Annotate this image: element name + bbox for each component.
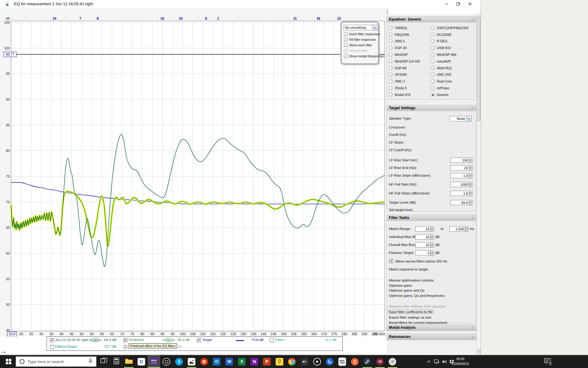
value-input-1,500[interactable]: 1,500 xyxy=(449,226,465,232)
equaliser-option-XP2040[interactable]: XP2040 xyxy=(389,73,431,77)
checkbox-show-each-filter[interactable] xyxy=(344,43,348,47)
set-target-level-link[interactable]: Set target level xyxy=(389,208,413,212)
taskbar-app-photos[interactable] xyxy=(185,355,198,368)
radio-icon[interactable] xyxy=(431,59,435,63)
legend-checkbox-Target[interactable]: ✓ xyxy=(197,338,201,342)
radio-icon[interactable] xyxy=(389,46,393,50)
radio-icon[interactable] xyxy=(389,66,393,70)
dropdown-arrow-icon[interactable]: ▼ xyxy=(372,25,377,30)
radio-icon[interactable] xyxy=(431,66,435,70)
dropdown-arrow-icon[interactable]: ▼ xyxy=(466,116,471,121)
collapse-up-icon[interactable] xyxy=(470,17,475,22)
frequency-response-chart[interactable]: dB10510095908580757065605550452025303540… xyxy=(0,8,386,336)
microphone-icon[interactable] xyxy=(89,358,92,365)
allow-narrow-filters-checkbox[interactable]: ✓ xyxy=(389,259,393,263)
legend-checkbox-Filters+Target[interactable] xyxy=(50,345,54,349)
equaliser-option-MiniDSP-96k[interactable]: MiniDSP-96k xyxy=(431,53,473,57)
scroll-down-icon[interactable]: ▼ xyxy=(477,349,481,354)
spinner[interactable]: ▲▼ xyxy=(431,226,434,232)
taskbar-app-onenote[interactable]: N xyxy=(248,355,261,368)
taskbar-app-media-q[interactable] xyxy=(311,355,323,368)
equaliser-option-USM-810[interactable]: USM 810 xyxy=(431,46,473,50)
value-input-15[interactable]: 15 xyxy=(415,226,431,232)
equaliser-option-Model-976[interactable]: Model 976 xyxy=(389,93,431,97)
equaliser-header[interactable]: Equaliser: Generic xyxy=(387,17,476,22)
legend-checkbox-Filters[interactable] xyxy=(270,338,274,342)
spinner[interactable]: ▲▼ xyxy=(431,242,434,247)
var-smoothing-badge[interactable]: Var xyxy=(163,338,175,342)
radio-icon[interactable] xyxy=(389,39,393,43)
tray-chevron-icon[interactable] xyxy=(426,355,432,368)
network-tray-icon[interactable] xyxy=(433,355,440,368)
value-input-3[interactable]: 3 xyxy=(415,250,431,255)
collapse-up-icon[interactable] xyxy=(470,106,475,110)
equaliser-option-MiniDSP[interactable]: MiniDSP xyxy=(389,53,431,57)
legend-checkbox-predicted-effect[interactable]: ✓ xyxy=(123,345,127,349)
checkbox-fill-filter-responses[interactable] xyxy=(344,38,348,41)
equaliser-option-TMREQ[interactable]: TMREQ xyxy=(389,26,431,30)
taskbar-app-volume-mixer[interactable] xyxy=(298,355,311,368)
radio-icon[interactable] xyxy=(431,46,435,50)
radio-icon[interactable] xyxy=(389,33,393,36)
equaliser-option-3Sixty-3[interactable]: 3Sixty.3 xyxy=(389,86,431,90)
radio-icon[interactable] xyxy=(389,86,393,90)
collapse-up-icon[interactable] xyxy=(470,216,475,220)
target-settings-header[interactable]: Target Settings xyxy=(387,105,476,111)
radio-icon[interactable] xyxy=(431,39,435,43)
equaliser-option-rePhase[interactable]: rePhase xyxy=(431,86,473,90)
volume-tray-icon[interactable] xyxy=(441,355,448,368)
speaker-type-dropdown[interactable]: None▼ xyxy=(450,116,472,121)
expand-down-icon[interactable] xyxy=(470,335,475,339)
scrollbar-thumb[interactable] xyxy=(477,20,481,121)
checkbox-fill-each-filter[interactable] xyxy=(344,49,348,52)
equaliser-option-UMC-200[interactable]: UMC-200 xyxy=(431,73,473,77)
radio-icon[interactable] xyxy=(431,53,435,57)
value-input-69.6[interactable]: 69.6 xyxy=(450,200,469,205)
radio-icon[interactable] xyxy=(389,79,393,83)
task-link-optimise-gains-qs-and-frequencies[interactable]: Optimise gains, Qs and frequencies xyxy=(389,294,445,297)
task-link-optimise-gains[interactable]: Optimise gains xyxy=(389,284,412,287)
smoothing-dropdown[interactable]: Var smoothing ▼ xyxy=(343,25,378,30)
spinner[interactable]: ▲▼ xyxy=(469,158,473,163)
equaliser-option-DSP-30[interactable]: DSP-30 xyxy=(389,46,431,50)
task-link-save-filter-coefficients-to-file[interactable]: Save filter coefficients to file xyxy=(388,310,433,314)
legend-checkbox-Jun 12 16:05:42 right[interactable]: ✓ xyxy=(50,338,54,342)
start-button[interactable] xyxy=(2,355,15,368)
task-link-reset-filters-for-current-measurement[interactable]: Reset filters for current measurement xyxy=(389,321,447,324)
taskbar-app-epic-games[interactable]: EPICGAMES xyxy=(336,355,349,368)
task-link-match-response-to-target[interactable]: Match response to target xyxy=(389,267,428,271)
legend-checkbox-Predicted[interactable]: ✓ xyxy=(123,338,127,342)
taskbar-app-powerpoint[interactable]: P xyxy=(261,355,273,368)
task-link-export-filter-settings-as-text[interactable]: Export filter settings as text xyxy=(389,316,431,319)
equaliser-option-R-DES[interactable]: R-DES xyxy=(431,39,473,43)
expand-down-icon[interactable] xyxy=(470,325,475,330)
taskbar-app-sticky-notes[interactable] xyxy=(273,355,286,368)
equaliser-option-FBQ2496[interactable]: FBQ2496 xyxy=(389,33,431,36)
radio-icon[interactable] xyxy=(431,73,435,77)
spinner[interactable]: ▲▼ xyxy=(469,165,473,171)
titlebar[interactable]: EQ for measurement 2 Jun 12 16:05:42 rig… xyxy=(0,0,481,8)
checkbox-show-modal-frequencies[interactable] xyxy=(344,54,348,58)
minimize-button[interactable] xyxy=(441,0,452,8)
taskbar-app-chrome[interactable] xyxy=(286,355,298,368)
modal-analysis-header[interactable]: Modal Analysis xyxy=(387,325,476,331)
radio-icon[interactable] xyxy=(389,26,393,30)
var-smoothing-badge[interactable]: Var xyxy=(89,338,101,342)
spinner[interactable]: ▲▼ xyxy=(469,200,473,205)
value-input-100[interactable]: 100 xyxy=(450,158,469,163)
equaliser-option-SMS-1[interactable]: SMS-1 xyxy=(389,39,431,43)
taskbar-app-rew[interactable]: REW xyxy=(148,355,160,368)
taskbar-app-task-view[interactable] xyxy=(97,355,110,368)
equaliser-option-DSP1124P-FBQ1000[interactable]: DSP1124P/FBQ1000 xyxy=(431,26,473,30)
tray-clock[interactable]: 18:05 12/06/2019 xyxy=(450,356,471,366)
resonances-header[interactable]: Resonances xyxy=(387,334,476,340)
radio-icon[interactable] xyxy=(431,79,435,83)
taskbar-search[interactable]: Type here to search xyxy=(16,356,96,367)
radio-icon[interactable] xyxy=(431,86,435,90)
taskbar-app-calculator[interactable] xyxy=(110,355,123,368)
show-desktop-sliver[interactable] xyxy=(551,357,552,366)
spinner[interactable]: ▲▼ xyxy=(469,191,473,196)
radio-icon[interactable] xyxy=(389,93,393,97)
value-input-1.8[interactable]: 1.8 xyxy=(450,191,469,196)
graph-scroll-arrows[interactable]: ▲◀ xyxy=(1,351,6,354)
